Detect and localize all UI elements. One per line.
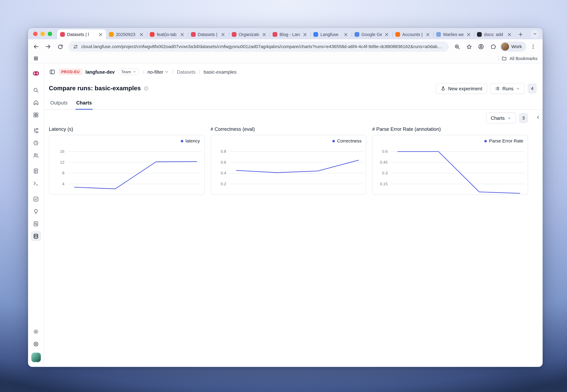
tab-close-icon[interactable] — [179, 32, 185, 37]
breadcrumb-current: basic-examples — [204, 69, 237, 74]
playground-icon — [33, 180, 39, 186]
sidebar-item-support[interactable] — [31, 339, 41, 349]
browser-tab[interactable]: Datasets | l — [57, 29, 106, 39]
langfuse-app: PROD-EU langfuse-dev Team / no-filter — [28, 63, 542, 367]
svg-text:16: 16 — [60, 149, 64, 154]
settings-icon — [33, 328, 39, 335]
browser-tab[interactable]: Langfuse — [311, 29, 351, 39]
browser-profile-chip[interactable]: Work — [500, 42, 526, 52]
profile-avatar — [501, 43, 509, 51]
browser-tab[interactable]: Google Ge — [352, 29, 392, 39]
collapse-panel-icon[interactable] — [535, 114, 541, 121]
evaluators-icon — [33, 221, 39, 227]
charts-count-badge: 3 — [519, 113, 528, 123]
all-bookmarks-label[interactable]: All Bookmarks — [510, 56, 538, 61]
browser-menu-kebab-icon[interactable] — [528, 42, 538, 52]
address-bar[interactable]: cloud.langfuse.com/project/cmfwgv8fx002o… — [69, 42, 449, 52]
apps-grid-icon[interactable] — [33, 56, 39, 61]
browser-tab[interactable]: Accounts | — [392, 29, 433, 39]
tab-favicon — [313, 32, 318, 37]
tab-close-icon[interactable] — [425, 32, 430, 37]
svg-text:0.3: 0.3 — [382, 171, 388, 175]
sidebar-item-datasets[interactable] — [31, 231, 41, 241]
sidebar-item-prompts[interactable] — [31, 166, 41, 176]
tab-close-icon[interactable] — [220, 32, 226, 37]
organization-name[interactable]: langfuse-dev — [85, 69, 115, 74]
extensions-puzzle-icon[interactable] — [488, 42, 498, 52]
tab-close-icon[interactable] — [466, 32, 471, 37]
new-experiment-button[interactable]: New experiment — [436, 83, 487, 94]
charts-toolbar: Charts 3 — [49, 112, 528, 123]
browser-tab[interactable]: 20250923 — [106, 29, 147, 39]
browser-tab[interactable]: feat(io-tab — [147, 29, 188, 39]
sidebar-toggle-icon[interactable] — [49, 69, 55, 75]
tab-close-icon[interactable] — [302, 32, 308, 37]
new-tab-button[interactable] — [516, 29, 525, 39]
svg-text:0.15: 0.15 — [380, 182, 388, 186]
app-sidebar — [28, 63, 44, 367]
browser-tab[interactable]: Datasets | l — [188, 29, 229, 39]
tab-favicon — [150, 32, 155, 37]
charts-dropdown-button[interactable]: Charts — [486, 112, 516, 123]
tab-close-icon[interactable] — [507, 32, 512, 37]
sidebar-item-scores[interactable] — [31, 194, 41, 204]
close-window-button[interactable] — [33, 31, 38, 36]
tab-title: Langfuse — [320, 32, 341, 37]
chart-legend: Correctness — [332, 138, 362, 143]
browser-tab[interactable]: Organizatio — [229, 29, 269, 39]
breadcrumb-datasets-link[interactable]: Datasets — [177, 69, 196, 74]
tracing-icon — [33, 127, 39, 134]
tab-title: Datasets | l — [198, 32, 218, 37]
reload-button[interactable] — [55, 42, 65, 52]
sidebar-item-home[interactable] — [31, 97, 41, 107]
sidebar-item-tracing[interactable] — [31, 125, 41, 136]
legend-dot — [181, 140, 183, 142]
tab-charts[interactable]: Charts — [75, 100, 93, 110]
sidebar-item-settings[interactable] — [31, 326, 41, 336]
site-settings-icon[interactable] — [73, 44, 78, 49]
tab-close-icon[interactable] — [343, 32, 349, 37]
app-main: PROD-EU langfuse-dev Team / no-filter — [44, 63, 542, 367]
browser-tab[interactable]: Blog - Lang — [270, 29, 311, 39]
langfuse-logo[interactable] — [32, 70, 40, 77]
sidebar-item-dashboards[interactable] — [31, 110, 41, 120]
page-tabs: Outputs Charts — [44, 97, 542, 110]
sidebar-item-playground[interactable] — [31, 178, 41, 188]
tab-title: feat(io-tab — [157, 32, 177, 37]
tab-favicon — [354, 32, 359, 37]
sidebar-item-sessions[interactable] — [31, 138, 41, 148]
back-button[interactable] — [31, 42, 41, 52]
forward-button[interactable] — [43, 42, 53, 52]
parse-error-chart-card: 0.60.450.30.15 Parse Error Rate — [372, 135, 528, 195]
browser-window: Datasets | l20250923feat(io-tabDatasets … — [28, 28, 542, 367]
info-icon[interactable] — [144, 86, 149, 91]
chart-column: # Parse Error Rate (annotation) 0.60.450… — [372, 126, 528, 195]
tab-close-icon[interactable] — [384, 32, 390, 37]
folder-icon — [501, 56, 507, 61]
project-selector[interactable]: no-filter — [147, 69, 169, 74]
sidebar-item-users[interactable] — [31, 150, 41, 160]
browser-tab[interactable]: docs: add — [474, 29, 515, 39]
account-circle-icon[interactable] — [476, 42, 486, 52]
minimize-window-button[interactable] — [40, 31, 45, 36]
sidebar-item-search[interactable] — [31, 85, 41, 95]
org-type-chip[interactable]: Team — [118, 69, 140, 75]
maximize-window-button[interactable] — [48, 31, 52, 36]
user-avatar[interactable] — [31, 353, 41, 362]
sidebar-item-insights[interactable] — [31, 206, 41, 216]
runs-dropdown-button[interactable]: Runs — [490, 83, 525, 94]
tab-search-button[interactable] — [531, 30, 539, 38]
browser-tab[interactable]: Marlies we — [433, 29, 474, 39]
bookmark-star-icon[interactable] — [464, 42, 474, 52]
sidebar-item-evaluators[interactable] — [31, 219, 41, 229]
chevron-down-icon — [507, 116, 511, 120]
app-topbar: PROD-EU langfuse-dev Team / no-filter — [44, 63, 542, 80]
zoom-icon[interactable] — [452, 42, 462, 52]
chart-canvas: 0.80.60.40.2 — [211, 135, 366, 195]
tab-outputs[interactable]: Outputs — [50, 100, 68, 110]
svg-text:0.2: 0.2 — [221, 182, 226, 186]
tab-close-icon[interactable] — [139, 32, 144, 37]
tab-close-icon[interactable] — [98, 32, 103, 37]
tab-close-icon[interactable] — [261, 32, 267, 37]
chart-title: # Parse Error Rate (annotation) — [372, 126, 528, 132]
